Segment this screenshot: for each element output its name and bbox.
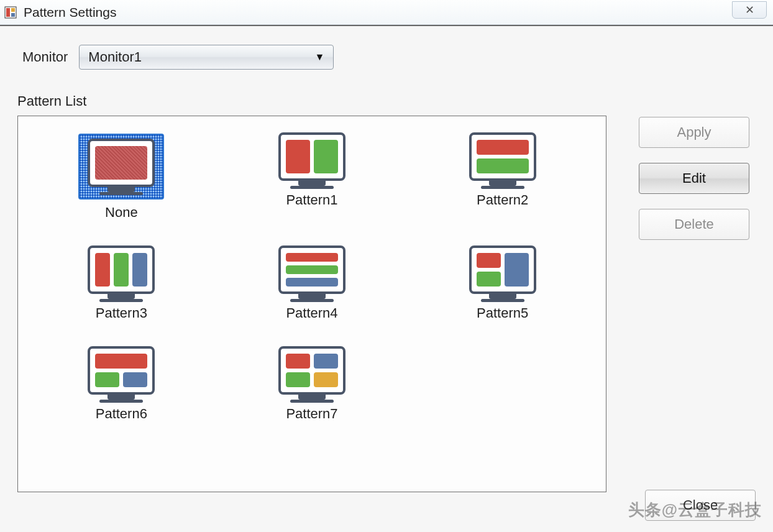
monitor-select[interactable]: Monitor1 ▼ (79, 45, 334, 70)
pattern-label: None (105, 204, 138, 221)
pattern-item-6[interactable]: Pattern6 (39, 347, 204, 422)
svg-rect-3 (11, 13, 15, 17)
window-title: Pattern Settings (24, 5, 116, 20)
pattern-thumb (468, 134, 537, 187)
pattern-thumb (86, 247, 156, 300)
monitor-select-value: Monitor1 (88, 49, 142, 65)
window-root: Pattern Settings ✕ Monitor Monitor1 ▼ Pa… (0, 0, 773, 532)
pattern-item-4[interactable]: Pattern4 (230, 247, 395, 321)
pattern-list: None Pattern1 (17, 116, 606, 492)
pattern-label: Pattern2 (477, 192, 528, 208)
svg-rect-1 (6, 8, 10, 17)
pattern-item-3[interactable]: Pattern3 (39, 247, 204, 321)
pattern-label: Pattern1 (286, 192, 337, 208)
pattern-label: Pattern7 (286, 406, 337, 422)
pattern-thumb (86, 347, 156, 401)
window-close-button[interactable]: ✕ (732, 1, 767, 19)
pattern-label: Pattern3 (96, 305, 147, 321)
chevron-down-icon: ▼ (315, 52, 325, 63)
pattern-item-5[interactable]: Pattern5 (420, 247, 585, 321)
close-button[interactable]: Close (645, 490, 756, 521)
monitor-row: Monitor Monitor1 ▼ (22, 45, 756, 70)
pattern-label: Pattern6 (96, 406, 147, 422)
pattern-item-1[interactable]: Pattern1 (230, 134, 395, 221)
pattern-grid: None Pattern1 (39, 134, 585, 422)
pattern-thumb (468, 247, 537, 300)
pattern-thumb (78, 134, 164, 200)
pattern-item-2[interactable]: Pattern2 (420, 134, 585, 221)
svg-rect-2 (11, 8, 15, 12)
pattern-item-none[interactable]: None (39, 134, 204, 221)
pattern-thumb (277, 134, 347, 187)
side-buttons: Apply Edit Delete (639, 116, 749, 492)
close-icon: ✕ (745, 3, 754, 17)
client-area: Monitor Monitor1 ▼ Pattern List (0, 25, 773, 532)
pattern-item-7[interactable]: Pattern7 (230, 347, 395, 422)
pattern-list-label: Pattern List (17, 93, 756, 109)
app-icon (4, 6, 17, 19)
close-button-wrap: Close (645, 490, 756, 521)
pattern-thumb (277, 347, 347, 401)
monitor-label: Monitor (22, 49, 68, 65)
apply-button[interactable]: Apply (639, 117, 749, 148)
main-row: None Pattern1 (17, 116, 756, 492)
titlebar: Pattern Settings ✕ (0, 0, 773, 25)
pattern-label: Pattern4 (286, 305, 337, 321)
delete-button[interactable]: Delete (639, 209, 749, 240)
pattern-thumb (277, 247, 347, 300)
pattern-label: Pattern5 (477, 305, 528, 321)
edit-button[interactable]: Edit (639, 163, 749, 194)
